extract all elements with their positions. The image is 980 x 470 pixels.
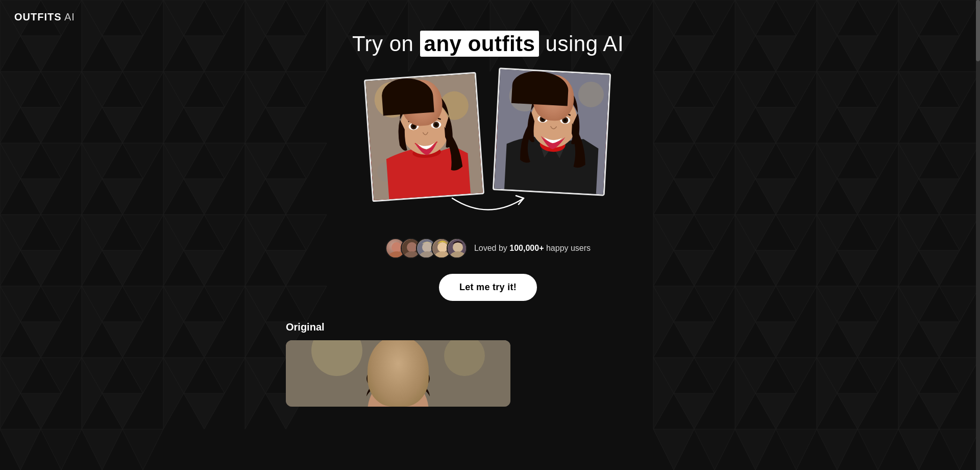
original-photo-preview (286, 340, 510, 407)
svg-point-248 (391, 242, 402, 252)
photo-before-content (365, 74, 483, 200)
avatars-group (385, 238, 467, 258)
photo-before (364, 72, 484, 202)
hero-title: Try on any outfits using AI (352, 32, 624, 56)
images-container (368, 70, 608, 198)
social-proof: Loved by 100,000+ happy users (385, 238, 591, 258)
svg-point-261 (453, 242, 463, 252)
original-section: Original (0, 321, 976, 407)
social-proof-suffix: happy users (544, 244, 591, 252)
scrollbar-thumb[interactable] (976, 0, 980, 61)
original-label: Original (286, 321, 976, 333)
photo-after-content (494, 69, 609, 195)
svg-point-258 (437, 242, 448, 252)
social-proof-count: 100,000+ (509, 244, 544, 252)
social-proof-text: Loved by 100,000+ happy users (474, 244, 591, 253)
photo-after (493, 67, 611, 196)
cta-button[interactable]: Let me try it! (439, 274, 537, 301)
hero-title-after: using AI (539, 32, 624, 56)
main-content: Try on any outfits using AI (0, 0, 976, 470)
svg-point-266 (368, 376, 429, 407)
svg-point-255 (422, 242, 432, 252)
hero-title-highlight: any outfits (420, 31, 540, 57)
svg-point-252 (407, 242, 417, 252)
avatar-5 (447, 238, 467, 258)
svg-point-267 (366, 363, 430, 394)
scrollbar[interactable] (976, 0, 980, 470)
hero-title-before: Try on (352, 32, 420, 56)
social-proof-prefix: Loved by (474, 244, 509, 252)
